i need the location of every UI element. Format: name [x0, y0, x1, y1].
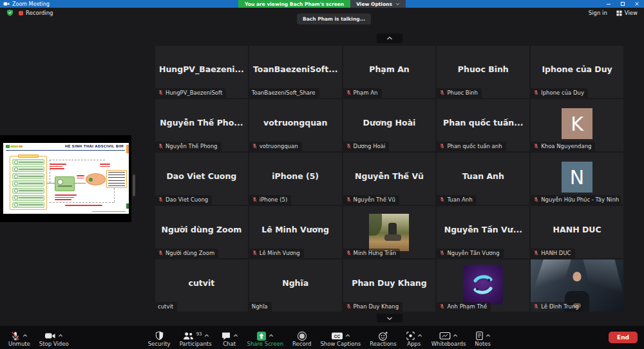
mic-muted-icon — [346, 196, 352, 203]
participant-tile[interactable]: iPhone (5) iPhone (5) — [249, 153, 342, 205]
participant-tile[interactable]: cutvit cutvit — [155, 259, 248, 312]
recording-indicator[interactable]: Recording — [19, 10, 53, 16]
participant-name: Nguyễn Tấn Vư... — [437, 206, 529, 253]
participant-label: Anh Phạm Thế — [437, 302, 491, 312]
participant-tile[interactable]: Nguyễn Thế Vũ Nguyễn Thế Vũ — [343, 153, 436, 205]
participant-tile[interactable]: HANH DUC HANH DUC — [531, 206, 623, 258]
participant-name: Dao Viet Cuong — [155, 153, 248, 200]
participant-tile[interactable]: Nghĩa Nghĩa — [249, 259, 342, 312]
toolbar-whiteboards-button[interactable]: Whiteboards — [427, 326, 471, 349]
participant-tile[interactable]: Người dùng Zoom Người dùng Zoom — [155, 206, 248, 258]
toolbar-participants-button[interactable]: 93 Participants — [175, 326, 216, 349]
toolbar-notes-button[interactable]: Notes — [470, 326, 495, 349]
sign-in-button[interactable]: Sign in — [589, 10, 607, 16]
slide-annotation — [100, 164, 110, 167]
talking-toast: Bach Pham is talking... — [297, 14, 371, 24]
app-identity: Zoom Meeting — [0, 1, 50, 7]
chevron-up-icon[interactable] — [486, 334, 491, 337]
mic-muted-icon — [439, 90, 445, 96]
toolbar-reactions-button[interactable]: Reactions — [365, 326, 401, 349]
participant-label: Tuan Anh — [437, 195, 476, 205]
participant-tile[interactable]: Tuan Anh Tuan Anh — [437, 153, 529, 205]
participant-tile[interactable]: Phạm An Phạm An — [343, 46, 436, 98]
chevron-up-icon[interactable] — [233, 334, 238, 337]
mic-muted-icon — [533, 250, 539, 256]
participant-name: Nghĩa — [249, 259, 342, 307]
participant-tile[interactable]: ToanBaezeniSoft... ToanBaezeniSof — [249, 46, 342, 98]
participant-tile[interactable]: votruongquan votruongquan — [249, 99, 342, 151]
participant-name: HungPV_Baezeni... — [155, 46, 248, 93]
slide-title: HỆ SINH THÁI ADSCIVIL BIM — [65, 144, 124, 148]
participant-name: ToanBaezeniSoft... — [249, 46, 342, 93]
participant-tile[interactable]: Lê Đình Trung — [531, 259, 623, 312]
participant-tile[interactable]: Phuoc Binh Phuoc Binh — [437, 46, 529, 98]
participant-name: Nguyễn Thế Vũ — [343, 153, 436, 200]
slide-annotation — [50, 164, 66, 169]
view-button[interactable]: View — [616, 10, 638, 16]
mic-muted-icon — [158, 143, 164, 149]
participants-count-badge: 93 — [196, 332, 202, 337]
participant-label: Phan Duy Khang — [343, 302, 402, 312]
participant-tile[interactable]: Nguyễn Tấn Vư... Nguyễn Tấn Vương — [437, 206, 529, 258]
collapse-gallery-button[interactable] — [377, 33, 402, 43]
chevron-up-icon[interactable] — [23, 334, 28, 337]
minimize-button[interactable] — [601, 0, 616, 8]
participant-name: HANH DUC — [531, 206, 623, 253]
chevron-up-icon — [386, 36, 393, 41]
participant-label: Nghĩa — [249, 302, 272, 312]
chevron-up-icon[interactable] — [269, 334, 274, 337]
participant-name: Phan quốc tuấn... — [437, 99, 529, 146]
slide-decoration — [50, 202, 114, 203]
pisces-avatar — [463, 265, 503, 305]
maximize-button[interactable] — [616, 0, 630, 8]
panel-resize-handle[interactable] — [133, 174, 135, 196]
toolbar-apps-button[interactable]: Apps — [401, 326, 427, 349]
toolbar-unmute-button[interactable]: Unmute — [4, 326, 35, 349]
participant-tile[interactable]: Phan quốc tuấn... Phan quốc tuấn — [437, 99, 529, 151]
participant-tile[interactable]: Iphone của Duy Iphone của Duy — [531, 46, 623, 98]
end-button[interactable]: End — [609, 332, 638, 343]
encryption-shield-icon[interactable] — [6, 9, 14, 17]
toolbar-left-group: Unmute Stop Video — [0, 326, 73, 349]
participant-label: Nguyễn Thế Vũ — [343, 195, 399, 205]
chevron-up-icon[interactable] — [58, 334, 63, 337]
toolbar-share-screen-button[interactable]: Share Screen — [243, 326, 288, 349]
participant-label: Người dùng Zoom — [155, 249, 218, 258]
participant-tile[interactable]: Dương Hoài Dương Hoài — [343, 99, 436, 151]
participant-label: Lê Minh Vương — [249, 249, 304, 258]
toolbar-captions-button[interactable]: CC Show Captions — [316, 326, 365, 349]
shared-screen-preview[interactable]: HỆ SINH THÁI ADSCIVIL BIM — [0, 135, 131, 222]
mic-muted-icon — [439, 250, 445, 256]
participant-tile[interactable]: Phan Duy Khang Phan Duy Khang — [343, 259, 436, 312]
toolbar-record-button[interactable]: Record — [288, 326, 316, 349]
mic-muted-icon — [158, 196, 164, 203]
participant-tile[interactable]: K Khoa Nguyendang — [531, 99, 623, 151]
participant-tile[interactable]: Nguyễn Thế Pho... Nguyễn Thế Phon — [155, 99, 248, 151]
toolbar-chat-button[interactable]: Chat — [216, 326, 243, 349]
slide-annotation — [55, 194, 77, 200]
slide-center-box — [55, 176, 75, 191]
slide-decoration — [126, 145, 129, 153]
participant-tile[interactable]: Minh Hưng Trần — [343, 206, 436, 258]
chevron-up-icon[interactable] — [453, 334, 458, 337]
chevron-up-icon[interactable] — [417, 334, 422, 337]
chevron-up-icon[interactable] — [345, 334, 350, 337]
shared-slide: HỆ SINH THÁI ADSCIVIL BIM — [3, 143, 129, 214]
chevron-up-icon[interactable] — [204, 334, 209, 337]
expand-gallery-button[interactable] — [377, 314, 402, 323]
view-options-button[interactable]: View Options — [350, 0, 406, 8]
mic-muted-icon — [533, 196, 539, 203]
participant-tile[interactable]: N Nguyễn Hữu Phúc - Tây Ninh — [531, 153, 623, 205]
participant-tile[interactable]: Anh Phạm Thế — [437, 259, 529, 312]
participant-tile[interactable]: Lê Minh Vương Lê Minh Vương — [249, 206, 342, 258]
participant-label: Minh Hưng Trần — [343, 249, 400, 258]
participant-tile[interactable]: Dao Viet Cuong Dao Viet Cuong — [155, 153, 248, 205]
toolbar-stop-video-button[interactable]: Stop Video — [35, 326, 73, 349]
participant-name: Iphone của Duy — [531, 46, 623, 93]
participant-name: Phạm An — [343, 46, 436, 93]
slide-annotation — [77, 175, 84, 178]
toolbar-security-button[interactable]: Security — [144, 326, 175, 349]
close-button[interactable] — [630, 0, 644, 8]
slide-annotation — [65, 205, 102, 206]
participant-tile[interactable]: HungPV_Baezeni... HungPV_BaezeniS — [155, 46, 248, 98]
